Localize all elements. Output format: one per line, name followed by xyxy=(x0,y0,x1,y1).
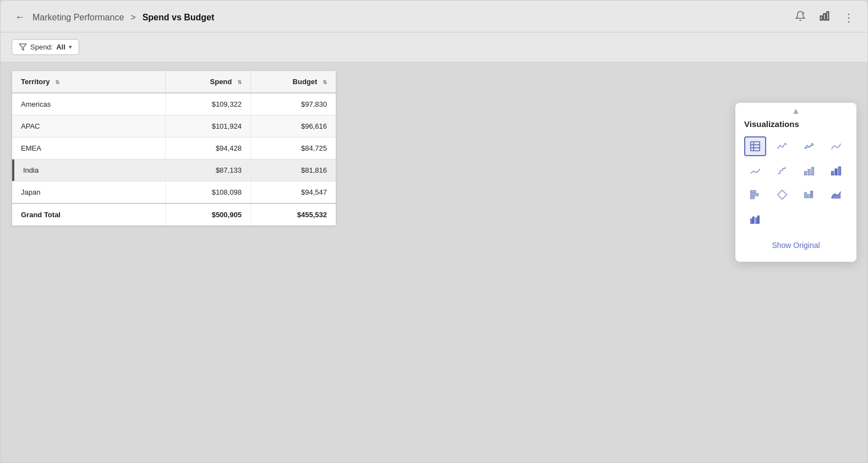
chart-icon-button[interactable] xyxy=(817,8,832,26)
cell-spend-apac: $101,924 xyxy=(166,115,251,137)
svg-rect-14 xyxy=(835,169,837,175)
grand-total-row: Grand Total $500,905 $455,532 xyxy=(12,203,336,225)
col-header-budget[interactable]: Budget ⇅ xyxy=(250,71,336,93)
filter-caret-icon: ▾ xyxy=(69,43,72,51)
svg-rect-13 xyxy=(832,172,834,175)
svg-rect-25 xyxy=(756,218,757,223)
svg-rect-18 xyxy=(751,197,754,199)
svg-rect-5 xyxy=(751,142,760,151)
cell-territory-japan: Japan xyxy=(12,181,166,204)
svg-rect-3 xyxy=(827,12,828,20)
svg-marker-19 xyxy=(778,190,787,200)
viz-panel-title: Visualizations xyxy=(744,119,848,129)
table-row: India $87,133 $81,816 xyxy=(12,159,336,181)
viz-waterfall-button[interactable] xyxy=(798,185,820,205)
viz-diamond-button[interactable] xyxy=(771,185,793,205)
table-row: Americas $109,322 $97,830 xyxy=(12,93,336,115)
viz-area-button[interactable] xyxy=(798,136,820,156)
cell-territory-india: India xyxy=(12,159,166,181)
svg-rect-23 xyxy=(751,219,752,223)
viz-step-button[interactable] xyxy=(771,161,793,180)
viz-icons-grid xyxy=(744,136,848,229)
svg-rect-15 xyxy=(839,167,841,175)
cell-budget-apac: $96,616 xyxy=(250,115,336,137)
cell-territory-apac: APAC xyxy=(12,115,166,137)
cell-territory-emea: EMEA xyxy=(12,137,166,159)
cell-budget-emea: $84,725 xyxy=(250,137,336,159)
svg-rect-11 xyxy=(808,169,810,175)
breadcrumb-separator: > xyxy=(130,13,135,23)
svg-rect-17 xyxy=(751,194,758,196)
show-original-button[interactable]: Show Original xyxy=(744,238,848,253)
viz-table-button[interactable] xyxy=(744,136,766,156)
viz-grouped-bar-button[interactable] xyxy=(744,209,766,229)
cell-budget-japan: $94,547 xyxy=(250,181,336,204)
svg-rect-12 xyxy=(812,168,814,175)
svg-point-0 xyxy=(802,12,805,15)
more-options-button[interactable]: ⋮ xyxy=(841,9,856,26)
viz-bar-button[interactable] xyxy=(825,161,847,180)
breadcrumb-current: Spend vs Budget xyxy=(143,13,215,23)
col-header-spend[interactable]: Spend ⇅ xyxy=(166,71,251,93)
sort-spend-icon[interactable]: ⇅ xyxy=(237,79,242,85)
data-table: Territory ⇅ Spend ⇅ Budget ⇅ xyxy=(12,70,336,226)
svg-rect-21 xyxy=(807,195,810,198)
cell-territory-total: Grand Total xyxy=(12,203,166,225)
col-header-territory[interactable]: Territory ⇅ xyxy=(12,71,166,93)
viz-scatter-button[interactable] xyxy=(744,161,766,180)
alert-icon-button[interactable] xyxy=(793,8,808,26)
svg-rect-22 xyxy=(811,191,813,198)
svg-rect-24 xyxy=(752,217,754,223)
cell-budget-total: $455,532 xyxy=(250,203,336,225)
cell-spend-total: $500,905 xyxy=(166,203,251,225)
filter-label: Spend: xyxy=(30,43,53,51)
viz-filled-area-button[interactable] xyxy=(825,185,847,205)
table-row: APAC $101,924 $96,616 xyxy=(12,115,336,137)
viz-line-button[interactable] xyxy=(771,136,793,156)
viz-step-bar-button[interactable] xyxy=(798,161,820,180)
bar-chart-icon xyxy=(819,10,830,21)
svg-rect-20 xyxy=(805,192,807,197)
table-row: Japan $108,098 $94,547 xyxy=(12,181,336,204)
filter-value: All xyxy=(56,43,65,51)
breadcrumb-parent: Marketing Performance xyxy=(32,13,124,23)
bell-icon xyxy=(795,10,806,21)
svg-marker-4 xyxy=(19,44,26,50)
sort-territory-icon[interactable]: ⇅ xyxy=(55,79,59,85)
spend-filter-button[interactable]: Spend: All ▾ xyxy=(12,39,79,55)
back-button[interactable]: ← xyxy=(12,10,28,24)
visualizations-panel: ▲ Visualizations xyxy=(735,103,856,262)
viz-horizontal-bar-button[interactable] xyxy=(744,185,766,205)
cell-budget-americas: $97,830 xyxy=(250,93,336,115)
filter-icon xyxy=(19,43,27,51)
row-accent-india xyxy=(12,159,14,181)
cell-budget-india: $81,816 xyxy=(250,159,336,181)
svg-rect-2 xyxy=(823,14,825,20)
cell-spend-emea: $94,428 xyxy=(166,137,251,159)
cell-spend-india: $87,133 xyxy=(166,159,251,181)
cell-spend-japan: $108,098 xyxy=(166,181,251,204)
table-row: EMEA $94,428 $84,725 xyxy=(12,137,336,159)
svg-rect-1 xyxy=(821,16,822,20)
svg-rect-16 xyxy=(751,191,756,193)
svg-rect-26 xyxy=(758,216,760,224)
cell-spend-americas: $109,322 xyxy=(166,93,251,115)
viz-smooth-line-button[interactable] xyxy=(825,136,847,156)
sort-budget-icon[interactable]: ⇅ xyxy=(323,79,327,85)
table-header-row: Territory ⇅ Spend ⇅ Budget ⇅ xyxy=(12,71,336,93)
cell-territory-americas: Americas xyxy=(12,93,166,115)
svg-rect-10 xyxy=(805,172,807,175)
